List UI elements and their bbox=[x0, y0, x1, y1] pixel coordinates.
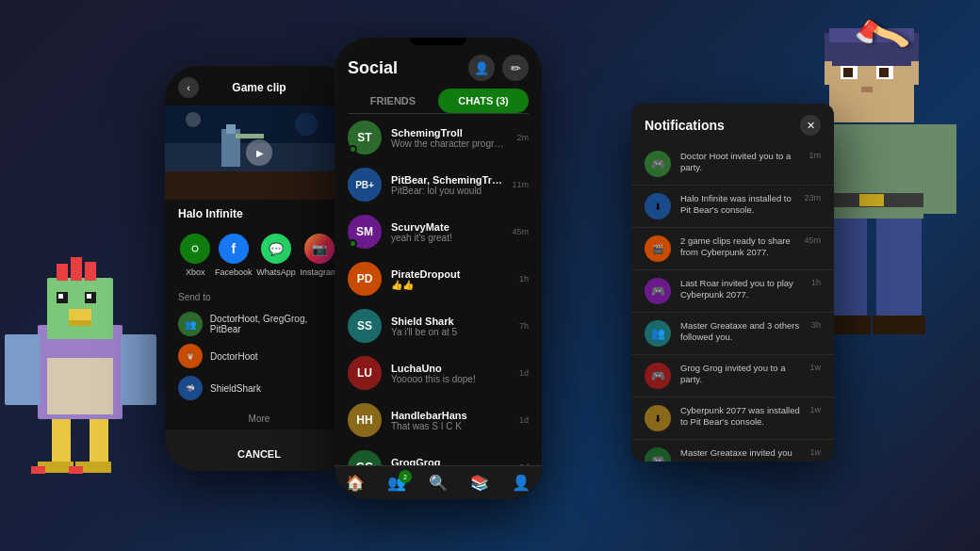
chat-name: GrogGrog bbox=[391, 457, 510, 466]
back-button[interactable]: ‹ bbox=[178, 77, 199, 98]
chat-info-scheming-troll: SchemingTroll Wow the character progress… bbox=[391, 127, 507, 149]
svg-rect-19 bbox=[69, 466, 83, 474]
tab-bar: FRIENDS CHATS (3) bbox=[348, 89, 529, 114]
chat-item-scheming-troll[interactable]: ST SchemingTroll Wow the character progr… bbox=[335, 114, 542, 161]
chat-info-handlebar: HandlebarHans That was S I C K bbox=[391, 410, 510, 431]
chat-item-shield-shark[interactable]: SS Shield Shark Ya i'll be on at 5 7h bbox=[335, 302, 542, 349]
chat-item-pirate[interactable]: PD PirateDropout 👍👍 1h bbox=[335, 255, 542, 302]
svg-rect-37 bbox=[825, 61, 832, 85]
notif-item-doctorhoot[interactable]: 🎮 Doctor Hoot invited you to a party. 1m bbox=[631, 143, 834, 186]
nav-search[interactable]: 🔍 bbox=[429, 474, 448, 492]
chat-item-grog[interactable]: GG GrogGrog hahaha 2d bbox=[335, 444, 542, 465]
chat-avatar-group: PB+ bbox=[348, 168, 382, 202]
nav-library[interactable]: 📚 bbox=[470, 474, 489, 492]
chat-name: LuchaUno bbox=[391, 363, 510, 374]
chat-item-lucha[interactable]: LU LuchaUno Yooooo this is dope! 1d bbox=[335, 349, 542, 397]
chat-time: 1d bbox=[519, 368, 529, 378]
profile-icon: 👤 bbox=[512, 474, 531, 492]
notif-text-clips: 2 game clips ready to share from Cyberpu… bbox=[680, 235, 794, 259]
share-whatsapp[interactable]: 💬 WhatsApp bbox=[256, 234, 296, 277]
notif-icon-halo: ⬇ bbox=[645, 193, 671, 219]
notif-item-clips[interactable]: 🎬 2 game clips ready to share from Cyber… bbox=[631, 228, 834, 270]
send-to-group[interactable]: 👥 DoctorHoot, GregGrog, PitBear bbox=[178, 308, 340, 340]
notif-msg: 2 game clips ready to share from Cyberpu… bbox=[680, 235, 794, 259]
share-instagram[interactable]: 📷 Instagram bbox=[301, 234, 338, 277]
people-icon-button[interactable]: 👤 bbox=[468, 55, 495, 81]
svg-rect-8 bbox=[57, 264, 68, 281]
notif-text-greataxe-party: Master Greataxe invited you to a party. bbox=[680, 447, 800, 462]
notif-icon-clips: 🎬 bbox=[645, 235, 671, 262]
notif-item-cyberpunk-install[interactable]: ⬇ Cyberpunk 2077 was installed to Pit Be… bbox=[631, 397, 834, 440]
svg-rect-1 bbox=[47, 278, 113, 339]
svg-rect-7 bbox=[69, 320, 91, 326]
notif-time: 3h bbox=[811, 320, 821, 330]
chat-item-group[interactable]: PB+ PitBear, SchemingTroll, Grog... PitB… bbox=[335, 161, 542, 208]
whatsapp-label: WhatsApp bbox=[256, 267, 296, 277]
chat-avatar-scheming-troll: ST bbox=[348, 121, 382, 154]
notif-item-greataxe-party[interactable]: 🎮 Master Greataxe invited you to a party… bbox=[631, 440, 834, 462]
chat-item-scurvy[interactable]: SM ScurvyMate yeah it's great! 45m bbox=[335, 208, 542, 255]
nav-home[interactable]: 🏠 bbox=[346, 474, 365, 492]
share-icons-bar: Xbox f Facebook 💬 WhatsApp 📷 Instagram bbox=[165, 226, 353, 284]
send-to-section: Send to 👥 DoctorHoot, GregGrog, PitBear … bbox=[165, 284, 353, 408]
center-phone: Social 👤 ✏ FRIENDS CHATS (3) ST Scheming… bbox=[335, 38, 542, 499]
svg-rect-12 bbox=[121, 334, 156, 405]
svg-point-46 bbox=[186, 112, 201, 127]
chat-preview: PitBear: lol you would bbox=[391, 186, 502, 196]
home-icon: 🏠 bbox=[346, 474, 365, 492]
notif-icon-cyberpunk: ⬇ bbox=[645, 405, 671, 431]
xbox-icon bbox=[180, 234, 210, 264]
send-to-name-doctorhoot: DoctorHoot bbox=[210, 351, 258, 362]
bottom-nav: 🏠 👥 2 🔍 📚 👤 bbox=[335, 465, 542, 499]
notif-item-grog-party[interactable]: 🎮 Grog Grog invited you to a party. 1w bbox=[631, 355, 834, 397]
share-xbox[interactable]: Xbox bbox=[180, 234, 210, 277]
svg-rect-26 bbox=[879, 68, 889, 77]
tab-friends[interactable]: FRIENDS bbox=[348, 89, 438, 113]
notif-text-cyberpunk: Cyberpunk 2077 was installed to Pit Bear… bbox=[680, 405, 800, 429]
notif-time: 45m bbox=[804, 235, 821, 245]
svg-rect-25 bbox=[843, 68, 853, 77]
notif-item-last-roar[interactable]: 🎮 Last Roar invited you to play Cyberpun… bbox=[631, 270, 834, 313]
chat-preview: yeah it's great! bbox=[391, 233, 502, 243]
notif-text-last-roar: Last Roar invited you to play Cyberpunk … bbox=[680, 278, 802, 301]
svg-point-48 bbox=[192, 246, 198, 251]
notifications-close-button[interactable]: ✕ bbox=[800, 115, 821, 136]
send-to-shieldshark[interactable]: 🦈 ShieldShark bbox=[178, 372, 340, 404]
instagram-icon: 📷 bbox=[304, 234, 335, 264]
notif-item-halo-install[interactable]: ⬇ Halo Infinite was installed to Pit Bea… bbox=[631, 186, 834, 228]
notif-icon-greataxe-party: 🎮 bbox=[645, 447, 671, 462]
notif-text-grog-party: Grog Grog invited you to a party. bbox=[680, 363, 800, 386]
chat-preview: Wow the character progression syste... bbox=[391, 138, 507, 149]
chat-name: Shield Shark bbox=[391, 316, 510, 327]
notif-text-greataxe-follow: Master Greataxe and 3 others followed yo… bbox=[680, 320, 802, 344]
nav-profile[interactable]: 👤 bbox=[512, 474, 531, 492]
more-button[interactable]: More bbox=[165, 408, 353, 429]
cancel-button[interactable]: CANCEL bbox=[165, 437, 353, 471]
svg-rect-5 bbox=[87, 294, 91, 299]
left-phone: ‹ Game clip Halo Infinite bbox=[165, 66, 353, 471]
tab-chats[interactable]: CHATS (3) bbox=[438, 89, 529, 113]
play-button[interactable] bbox=[246, 139, 272, 166]
notif-item-greataxe-follow[interactable]: 👥 Master Greataxe and 3 others followed … bbox=[631, 313, 834, 355]
share-facebook[interactable]: f Facebook bbox=[215, 234, 253, 277]
chat-time: 45m bbox=[512, 227, 529, 236]
notif-time: 1m bbox=[808, 151, 821, 160]
phone-notch bbox=[410, 38, 466, 45]
send-to-doctorhoot[interactable]: 🦉 DoctorHoot bbox=[178, 340, 340, 372]
chat-preview: Yooooo this is dope! bbox=[391, 374, 510, 384]
compose-icon-button[interactable]: ✏ bbox=[502, 55, 529, 81]
notif-icon-doctorhoot: 🎮 bbox=[645, 151, 671, 177]
svg-rect-44 bbox=[236, 134, 264, 138]
online-indicator bbox=[349, 239, 357, 248]
send-to-name-group: DoctorHoot, GregGrog, PitBear bbox=[210, 314, 340, 334]
chat-item-handlebar[interactable]: HH HandlebarHans That was S I C K 1d bbox=[335, 397, 542, 444]
chat-info-group: PitBear, SchemingTroll, Grog... PitBear:… bbox=[391, 174, 502, 196]
send-to-label: Send to bbox=[178, 292, 340, 302]
chat-info-pirate: PirateDropout 👍👍 bbox=[391, 268, 510, 290]
notif-time: 1h bbox=[811, 278, 821, 287]
nav-social[interactable]: 👥 2 bbox=[387, 474, 406, 492]
notif-icon-last-roar: 🎮 bbox=[645, 278, 671, 304]
chat-name: ScurvyMate bbox=[391, 221, 502, 233]
svg-point-45 bbox=[295, 113, 318, 136]
xbox-label: Xbox bbox=[186, 267, 205, 277]
